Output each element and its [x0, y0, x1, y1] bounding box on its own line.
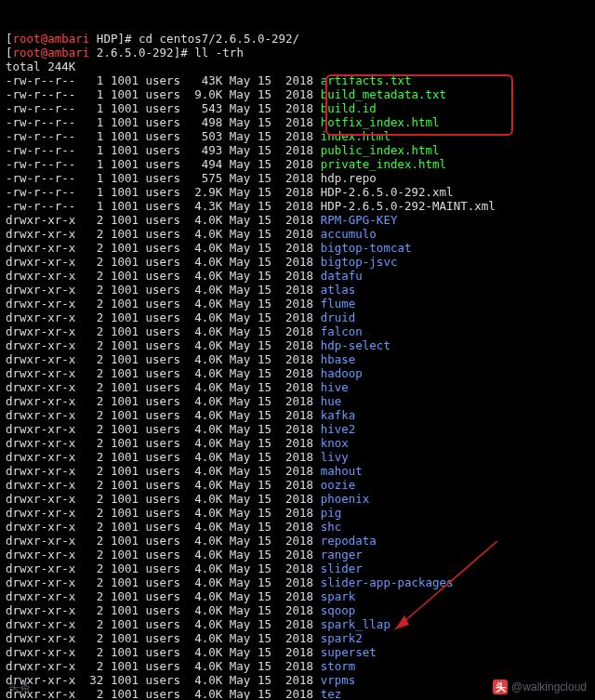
list-row: drwxr-xr-x 2 1001 users 4.0K May 15 2018… [6, 422, 355, 436]
file-name: datafu [321, 269, 363, 283]
file-name: oozie [321, 478, 356, 492]
watermark-left: 头条 [8, 680, 31, 694]
file-name: accumulo [321, 227, 377, 241]
file-name: artifacts.txt [321, 73, 412, 87]
list-row: drwxr-xr-x 2 1001 users 4.0K May 15 2018… [6, 478, 355, 492]
list-row: drwxr-xr-x 2 1001 users 4.0K May 15 2018… [6, 589, 355, 603]
file-name: RPM-GPG-KEY [321, 213, 398, 227]
list-row: drwxr-xr-x 2 1001 users 4.0K May 15 2018… [6, 408, 355, 422]
file-name: hdp.repo [321, 171, 377, 185]
file-name: knox [321, 436, 349, 450]
list-row: -rw-r--r-- 1 1001 users 493 May 15 2018 … [6, 143, 440, 157]
list-row: -rw-r--r-- 1 1001 users 4.3K May 15 2018… [6, 199, 496, 213]
list-row: drwxr-xr-x 2 1001 users 4.0K May 15 2018… [6, 241, 412, 255]
list-row: drwxr-xr-x 2 1001 users 4.0K May 15 2018… [6, 213, 397, 227]
file-name: private_index.html [321, 157, 446, 171]
list-row: drwxr-xr-x 2 1001 users 4.0K May 15 2018… [6, 548, 363, 561]
watermark-bar: 头条 头 @walkingcloud [3, 677, 592, 697]
file-name: bigtop-tomcat [321, 241, 412, 255]
watermark-handle: @walkingcloud [511, 680, 587, 694]
list-row: drwxr-xr-x 2 1001 users 4.0K May 15 2018… [6, 520, 341, 534]
list-row: drwxr-xr-x 2 1001 users 4.0K May 15 2018… [6, 283, 355, 297]
file-name: HDP-2.6.5.0-292.xml [321, 185, 454, 199]
file-name: superset [321, 645, 377, 659]
file-name: falcon [321, 324, 363, 338]
terminal[interactable]: [root@ambari HDP]# cd centos7/2.6.5.0-29… [0, 0, 595, 700]
watermark-right: 头 @walkingcloud [493, 680, 587, 694]
list-row: drwxr-xr-x 2 1001 users 4.0K May 15 2018… [6, 227, 377, 241]
file-name: phoenix [321, 492, 370, 506]
list-row: drwxr-xr-x 2 1001 users 4.0K May 15 2018… [6, 324, 363, 338]
list-row: -rw-r--r-- 1 1001 users 2.9K May 15 2018… [6, 185, 454, 199]
list-row: drwxr-xr-x 2 1001 users 4.0K May 15 2018… [6, 366, 363, 380]
file-listing: -rw-r--r-- 1 1001 users 43K May 15 2018 … [6, 73, 589, 700]
file-name: repodata [321, 534, 377, 548]
list-row: drwxr-xr-x 2 1001 users 4.0K May 15 2018… [6, 464, 363, 478]
list-row: -rw-r--r-- 1 1001 users 498 May 15 2018 … [6, 115, 440, 129]
list-row: drwxr-xr-x 2 1001 users 4.0K May 15 2018… [6, 436, 349, 450]
list-row: drwxr-xr-x 2 1001 users 4.0K May 15 2018… [6, 631, 363, 645]
file-name: livy [321, 450, 349, 464]
watermark-logo-icon: 头 [493, 680, 508, 694]
file-name: index.html [321, 129, 390, 143]
file-name: spark [321, 589, 356, 603]
list-row: drwxr-xr-x 2 1001 users 4.0K May 15 2018… [6, 534, 377, 548]
file-name: hotfix_index.html [321, 115, 440, 129]
file-name: bigtop-jsvc [321, 255, 398, 269]
list-row: drwxr-xr-x 2 1001 users 4.0K May 15 2018… [6, 645, 377, 659]
list-row: drwxr-xr-x 2 1001 users 4.0K May 15 2018… [6, 617, 390, 631]
file-name: hadoop [321, 366, 363, 380]
file-name: druid [321, 310, 356, 324]
prompt-line-1: [root@ambari HDP]# cd centos7/2.6.5.0-29… [6, 32, 299, 46]
list-row: drwxr-xr-x 2 1001 users 4.0K May 15 2018… [6, 269, 363, 283]
file-name: build_metadata.txt [321, 87, 446, 101]
list-row: drwxr-xr-x 2 1001 users 4.0K May 15 2018… [6, 380, 349, 394]
list-row: drwxr-xr-x 2 1001 users 4.0K May 15 2018… [6, 352, 355, 366]
list-row: -rw-r--r-- 1 1001 users 43K May 15 2018 … [6, 73, 412, 87]
file-name: hdp-select [321, 338, 390, 352]
file-name: spark_llap [321, 617, 390, 631]
list-row: drwxr-xr-x 2 1001 users 4.0K May 15 2018… [6, 575, 454, 589]
file-name: pig [321, 506, 342, 520]
list-row: drwxr-xr-x 2 1001 users 4.0K May 15 2018… [6, 506, 341, 520]
file-name: hive2 [321, 422, 356, 436]
list-row: -rw-r--r-- 1 1001 users 503 May 15 2018 … [6, 129, 390, 143]
file-name: sqoop [321, 603, 356, 617]
list-row: -rw-r--r-- 1 1001 users 494 May 15 2018 … [6, 157, 446, 171]
total-line: total 244K [6, 59, 75, 73]
file-name: hive [321, 380, 349, 394]
list-row: drwxr-xr-x 2 1001 users 4.0K May 15 2018… [6, 492, 369, 506]
list-row: drwxr-xr-x 2 1001 users 4.0K May 15 2018… [6, 394, 341, 408]
list-row: -rw-r--r-- 1 1001 users 543 May 15 2018 … [6, 101, 377, 115]
list-row: -rw-r--r-- 1 1001 users 9.0K May 15 2018… [6, 87, 446, 101]
file-name: storm [321, 659, 356, 673]
file-name: build.id [321, 101, 377, 115]
list-row: drwxr-xr-x 2 1001 users 4.0K May 15 2018… [6, 561, 363, 575]
file-name: slider-app-packages [321, 575, 454, 589]
file-name: HDP-2.6.5.0-292-MAINT.xml [321, 199, 496, 213]
file-name: kafka [321, 408, 356, 422]
file-name: slider [321, 561, 363, 575]
file-name: ranger [321, 548, 363, 561]
file-name: flume [321, 297, 356, 310]
file-name: hbase [321, 352, 356, 366]
file-name: public_index.html [321, 143, 440, 157]
file-name: atlas [321, 283, 356, 297]
list-row: -rw-r--r-- 1 1001 users 575 May 15 2018 … [6, 171, 377, 185]
prompt-line-2: [root@ambari 2.6.5.0-292]# ll -trh [6, 46, 244, 59]
list-row: drwxr-xr-x 2 1001 users 4.0K May 15 2018… [6, 255, 397, 269]
list-row: drwxr-xr-x 2 1001 users 4.0K May 15 2018… [6, 310, 355, 324]
list-row: drwxr-xr-x 2 1001 users 4.0K May 15 2018… [6, 338, 390, 352]
file-name: shc [321, 520, 342, 534]
list-row: drwxr-xr-x 2 1001 users 4.0K May 15 2018… [6, 297, 355, 310]
list-row: drwxr-xr-x 2 1001 users 4.0K May 15 2018… [6, 603, 355, 617]
list-row: drwxr-xr-x 2 1001 users 4.0K May 15 2018… [6, 450, 349, 464]
list-row: drwxr-xr-x 2 1001 users 4.0K May 15 2018… [6, 659, 355, 673]
file-name: hue [321, 394, 342, 408]
file-name: mahout [321, 464, 363, 478]
file-name: spark2 [321, 631, 363, 645]
